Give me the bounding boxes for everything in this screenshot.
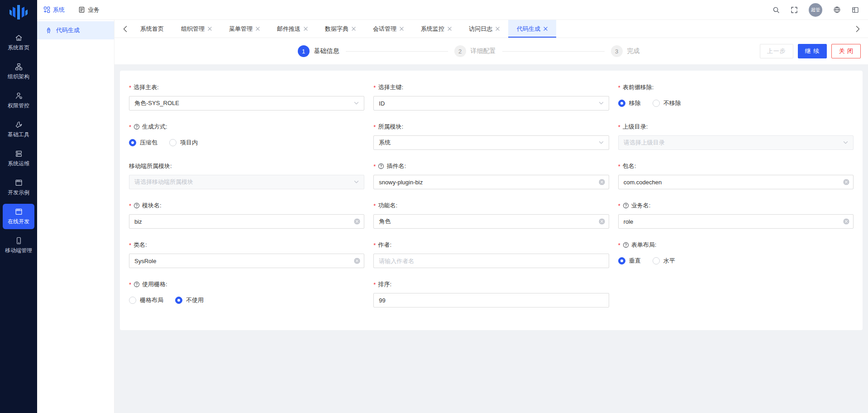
sort-input[interactable] xyxy=(373,293,609,307)
tabs-scroll-left[interactable] xyxy=(118,20,132,38)
main-table-select[interactable]: 角色-SYS_ROLE xyxy=(129,96,364,110)
sidebar-item-label: 权限管控 xyxy=(8,102,29,110)
primary-key-select[interactable]: ID xyxy=(373,96,609,110)
search-button[interactable] xyxy=(773,6,780,14)
radio-dot xyxy=(169,139,176,146)
tab-close-icon[interactable] xyxy=(544,27,548,31)
tab-code-gen[interactable]: 代码生成 xyxy=(508,20,556,38)
form-layout-radio-option[interactable]: 水平 xyxy=(653,257,675,265)
close-button[interactable]: 关 闭 xyxy=(831,44,861,58)
use-grid-radio-option[interactable]: 不使用 xyxy=(175,296,204,304)
top-module-business[interactable]: 业务 xyxy=(78,6,100,14)
field-label-primary-key: *选择主键: xyxy=(373,83,609,91)
field-label-text: 插件名: xyxy=(386,162,406,170)
clear-input-icon[interactable] xyxy=(843,218,849,225)
top-module-label: 系统 xyxy=(53,6,65,14)
doc-icon xyxy=(78,6,85,13)
author-input[interactable] xyxy=(373,254,609,268)
tab-access-log[interactable]: 访问日志 xyxy=(460,20,508,38)
required-asterisk: * xyxy=(373,281,376,288)
sidebar-item-tools[interactable]: 基础工具 xyxy=(3,117,34,142)
clear-input-icon[interactable] xyxy=(599,218,605,225)
tab-close-icon[interactable] xyxy=(304,27,308,31)
stepper: 1基础信息2详细配置3完成 xyxy=(298,45,640,57)
field-label-main-table: *选择主表: xyxy=(129,83,364,91)
sidebar-item-mobile[interactable]: 移动端管理 xyxy=(3,233,34,258)
help-icon[interactable] xyxy=(378,163,384,169)
plugin-name-field xyxy=(373,175,609,189)
package-name-input[interactable] xyxy=(618,175,854,189)
use-grid-radio-option[interactable]: 栅格布局 xyxy=(129,296,163,304)
class-name-input[interactable] xyxy=(129,254,364,268)
clear-input-icon[interactable] xyxy=(599,179,605,185)
layout-button[interactable] xyxy=(852,6,859,14)
field-label-text: 所属模块: xyxy=(378,123,403,131)
tab-session-mgmt[interactable]: 会话管理 xyxy=(364,20,412,38)
module-name-input[interactable] xyxy=(129,214,364,229)
form-layout-radio-option[interactable]: 垂直 xyxy=(618,257,641,265)
language-button[interactable] xyxy=(833,6,841,14)
topbar: 系统业务 超管 xyxy=(37,0,868,20)
tab-menu-mgmt[interactable]: 菜单管理 xyxy=(220,20,268,38)
prefix-remove-radio-option[interactable]: 不移除 xyxy=(653,99,681,107)
chevron-right-icon xyxy=(856,26,860,32)
field-label-text: 模块名: xyxy=(142,202,162,210)
tab-org-mgmt[interactable]: 组织管理 xyxy=(172,20,220,38)
mobile-module-select[interactable]: 请选择移动端所属模块 xyxy=(129,175,364,189)
field-label-text: 作者: xyxy=(378,241,391,249)
class-name-field xyxy=(129,254,364,268)
continue-button[interactable]: 继 续 xyxy=(798,44,827,58)
select-value: ID xyxy=(379,100,385,107)
prefix-remove-radio-option[interactable]: 移除 xyxy=(618,99,641,107)
submenu-item-code-gen[interactable]: 代码生成 xyxy=(37,21,114,39)
sidebar-item-online-dev[interactable]: 在线开发 xyxy=(3,204,34,229)
module-belong-select[interactable]: 系统 xyxy=(373,135,609,150)
help-icon[interactable] xyxy=(623,242,629,248)
help-icon[interactable] xyxy=(134,202,140,209)
tab-close-icon[interactable] xyxy=(448,27,452,31)
clear-input-icon[interactable] xyxy=(843,179,849,185)
user-avatar[interactable]: 超管 xyxy=(809,3,822,17)
field-main-table: *选择主表:角色-SYS_ROLE xyxy=(129,83,364,110)
help-icon[interactable] xyxy=(623,202,629,209)
parent-dir-select[interactable]: 请选择上级目录 xyxy=(618,135,854,150)
codegen-form: *选择主表:角色-SYS_ROLE*选择主键:ID*表前缀移除:移除不移除*生成… xyxy=(129,83,854,307)
tabs-scroll-right[interactable] xyxy=(851,20,864,38)
biz-name-input[interactable] xyxy=(618,214,854,229)
clear-input-icon[interactable] xyxy=(354,218,360,225)
sidebar-item-label: 系统首页 xyxy=(8,44,29,52)
sidebar-item-dev-demo[interactable]: 开发示例 xyxy=(3,175,34,200)
gen-type-radio-option[interactable]: 项目内 xyxy=(169,139,198,147)
required-asterisk: * xyxy=(129,124,131,130)
tab-data-dict[interactable]: 数据字典 xyxy=(316,20,364,38)
tab-home[interactable]: 系统首页 xyxy=(132,20,172,38)
sidebar-nav: 系统首页组织架构权限管控基础工具系统运维开发示例在线开发移动端管理 xyxy=(0,24,37,413)
tab-close-icon[interactable] xyxy=(352,27,356,31)
tab-close-icon[interactable] xyxy=(400,27,404,31)
app-logo[interactable] xyxy=(0,0,37,24)
sidebar-item-ops[interactable]: 系统运维 xyxy=(3,146,34,171)
tab-sys-monitor[interactable]: 系统监控 xyxy=(412,20,460,38)
help-icon[interactable] xyxy=(134,124,140,130)
top-module-system[interactable]: 系统 xyxy=(43,6,65,14)
sidebar-item-home[interactable]: 系统首页 xyxy=(3,30,34,55)
sidebar-item-label: 移动端管理 xyxy=(5,247,32,255)
tab-close-icon[interactable] xyxy=(208,27,212,31)
help-icon[interactable] xyxy=(134,281,140,288)
func-name-input[interactable] xyxy=(373,214,609,229)
step-3: 3完成 xyxy=(611,45,640,57)
clear-input-icon[interactable] xyxy=(354,258,360,264)
gen-type-radio-option[interactable]: 压缩包 xyxy=(129,139,157,147)
prev-step-button[interactable]: 上一步 xyxy=(760,44,793,58)
globe-icon xyxy=(833,6,841,14)
fullscreen-button[interactable] xyxy=(791,6,798,14)
chevron-down-icon xyxy=(354,101,359,105)
field-label-gen-type: *生成方式: xyxy=(129,123,364,131)
plugin-name-input[interactable] xyxy=(373,175,609,189)
tab-mail-push[interactable]: 邮件推送 xyxy=(268,20,316,38)
tab-close-icon[interactable] xyxy=(256,27,260,31)
sidebar-item-auth[interactable]: 权限管控 xyxy=(3,88,34,113)
tab-close-icon[interactable] xyxy=(496,27,500,31)
gen-type-radio-group: 压缩包项目内 xyxy=(129,135,364,150)
sidebar-item-org[interactable]: 组织架构 xyxy=(3,59,34,84)
